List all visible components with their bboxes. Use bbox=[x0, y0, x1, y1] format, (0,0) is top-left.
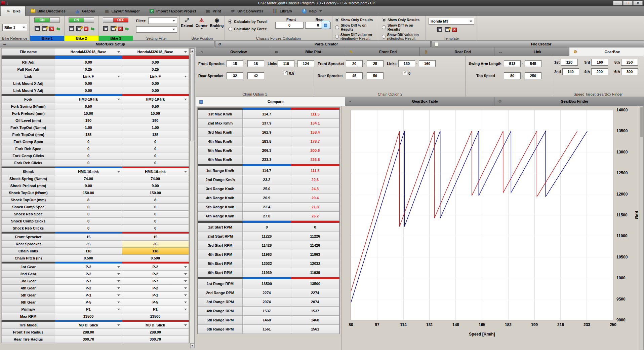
value-cell-bike1[interactable]: 118 bbox=[55, 248, 122, 255]
finder-input-6th[interactable]: 300 bbox=[621, 68, 638, 75]
top-speed-max-input[interactable]: 250 bbox=[525, 72, 541, 79]
select-cell-bike2[interactable]: Link F bbox=[122, 73, 189, 80]
value-cell-bike1[interactable]: 0.25 bbox=[55, 66, 122, 73]
chain2-front-max-input[interactable]: 25 bbox=[367, 60, 384, 67]
value-cell-bike2[interactable]: 0.00 bbox=[122, 80, 189, 87]
select-cell-bike2[interactable]: P-2 bbox=[122, 285, 189, 292]
value-cell-bike2[interactable]: 0 bbox=[122, 211, 189, 218]
save-as-icon[interactable] bbox=[42, 26, 47, 31]
menu-tab-library[interactable]: Library bbox=[268, 6, 297, 16]
save-icon[interactable] bbox=[103, 26, 108, 31]
value-cell-bike2[interactable]: 288.00 bbox=[122, 329, 189, 336]
menu-tab-import-export-project[interactable]: XImport / Export Project bbox=[145, 6, 201, 16]
menu-tab-print[interactable]: ▤Print bbox=[201, 6, 226, 16]
chain2-rear-min-input[interactable]: 45 bbox=[346, 72, 363, 79]
select-cell-bike2[interactable]: HondaM32018_Base bbox=[122, 48, 189, 56]
value-cell-bike2[interactable]: 0 bbox=[122, 218, 189, 225]
file-creator-header[interactable]: File Creator bbox=[432, 41, 644, 47]
select-cell-bike2[interactable]: HM3-19-shk bbox=[122, 168, 189, 175]
value-cell-bike2[interactable]: 0.00 bbox=[122, 59, 189, 66]
value-cell-bike2[interactable]: 0 bbox=[122, 160, 189, 167]
value-cell-bike1[interactable]: 15 bbox=[55, 234, 122, 241]
value-cell-bike2[interactable]: 0 bbox=[122, 145, 189, 152]
menu-tab-bike[interactable]: ∞Bike bbox=[1, 6, 26, 16]
chain1-front-max-input[interactable]: 18 bbox=[247, 60, 264, 67]
calculate-by-travel-radio[interactable]: Calculate by Travel bbox=[228, 20, 268, 24]
filter-select-1[interactable] bbox=[148, 18, 177, 24]
swap-icon[interactable]: ⇆ bbox=[125, 27, 129, 31]
value-cell-bike2[interactable]: 300.70 bbox=[122, 336, 189, 343]
value-cell-bike2[interactable]: 0.25 bbox=[122, 66, 189, 73]
bike-1-toggle[interactable]: ON bbox=[34, 18, 60, 23]
value-cell-bike1[interactable]: 0 bbox=[55, 211, 122, 218]
value-cell-bike1[interactable]: 0.00 bbox=[55, 80, 122, 87]
select-cell-bike2[interactable]: P-5 bbox=[122, 299, 189, 306]
chain2-links-max-input[interactable]: 160 bbox=[419, 60, 436, 67]
top-speed-min-input[interactable]: 80 bbox=[504, 72, 521, 79]
gearbox-radio-0[interactable]: Show Only Results bbox=[382, 18, 426, 22]
front-travel-input[interactable]: 0 bbox=[275, 22, 304, 29]
value-cell-bike1[interactable]: 0 bbox=[55, 225, 122, 232]
save-icon[interactable] bbox=[35, 26, 40, 31]
filter-select-2[interactable] bbox=[136, 26, 177, 33]
close-button[interactable]: ✕ bbox=[633, 1, 643, 5]
maximize-button[interactable]: ❐ bbox=[623, 1, 633, 5]
tab-overview[interactable]: ⌂Overview bbox=[196, 47, 270, 56]
select-cell-bike1[interactable]: P-7 bbox=[55, 278, 122, 285]
select-cell-bike2[interactable]: M3 D_Slick bbox=[122, 322, 189, 329]
chain2-rear-max-input[interactable]: 56 bbox=[367, 72, 384, 79]
tab-link[interactable]: ↔Link bbox=[494, 47, 569, 56]
value-cell-bike2[interactable]: 0 bbox=[122, 138, 189, 145]
chain1-half-link-checkbox[interactable] bbox=[284, 71, 288, 75]
select-cell-bike2[interactable]: HM3-19-frk bbox=[122, 96, 189, 103]
finder-input-5th[interactable]: 250 bbox=[621, 59, 638, 66]
select-cell-bike2[interactable]: P1 bbox=[122, 306, 189, 313]
select-cell-bike2[interactable]: P-2 bbox=[122, 264, 189, 271]
value-cell-bike2[interactable]: 10.00 bbox=[122, 110, 189, 117]
geometry-radio-1[interactable]: Show Diff % on Results bbox=[335, 23, 379, 31]
value-cell-bike1[interactable]: 8 bbox=[55, 197, 122, 204]
finder-input-4th[interactable]: 200 bbox=[591, 68, 608, 75]
menu-tab-graphs[interactable]: Graphs bbox=[70, 6, 100, 16]
swap-icon[interactable]: ⇆ bbox=[91, 27, 94, 31]
delete-icon[interactable]: ✕ bbox=[49, 27, 54, 31]
chain1-links-min-input[interactable]: 118 bbox=[278, 60, 294, 67]
select-cell-bike2[interactable]: P-7 bbox=[122, 278, 189, 285]
select-cell-bike1[interactable]: P-2 bbox=[55, 271, 122, 278]
save-as-icon[interactable] bbox=[76, 26, 81, 31]
subtab-compare[interactable]: ▥Compare bbox=[196, 97, 345, 106]
menu-tab-unit-converter[interactable]: ⇄Unit Converter bbox=[226, 6, 268, 16]
finder-input-3rd[interactable]: 160 bbox=[591, 59, 608, 66]
subtab-gearbox-finder[interactable]: ⚙GearBox Finder bbox=[494, 97, 644, 106]
value-cell-bike1[interactable]: 0 bbox=[55, 218, 122, 225]
select-cell-bike1[interactable]: Link F bbox=[55, 73, 122, 80]
value-cell-bike1[interactable]: 74.00 bbox=[55, 175, 122, 182]
bike-3-toggle[interactable]: OFF bbox=[103, 18, 128, 23]
tab-gearbox[interactable]: ⚙GearBox bbox=[569, 47, 644, 56]
delete-icon[interactable]: ✕ bbox=[118, 27, 123, 31]
finder-input-1st[interactable]: 120 bbox=[561, 59, 578, 66]
value-cell-bike1[interactable]: 288.00 bbox=[55, 329, 122, 336]
chain2-links-min-input[interactable]: 130 bbox=[398, 60, 415, 67]
scroll-up-icon[interactable]: ▲ bbox=[190, 48, 194, 53]
select-cell-bike1[interactable]: M3 D_Slick bbox=[55, 322, 122, 329]
value-cell-bike2[interactable]: 8 bbox=[122, 197, 189, 204]
tab-front-end[interactable]: ✎Front End bbox=[345, 47, 420, 56]
value-cell-bike2[interactable]: 6.50 bbox=[122, 103, 189, 110]
value-cell-bike1[interactable]: 135 bbox=[55, 131, 122, 138]
extend-button[interactable]: ⤢Extend bbox=[181, 17, 193, 29]
bike-2-toggle[interactable]: ON bbox=[69, 18, 94, 23]
gearbox-radio-1[interactable]: Show Diff % on Results bbox=[382, 23, 426, 31]
minimize-button[interactable]: — bbox=[613, 1, 622, 5]
value-cell-bike2[interactable]: 9.00 bbox=[122, 182, 189, 189]
value-cell-bike2[interactable]: 0 bbox=[122, 152, 189, 160]
save-as-icon[interactable] bbox=[111, 26, 116, 31]
value-cell-bike1[interactable]: 10.00 bbox=[55, 110, 122, 117]
value-cell-bike1[interactable]: 1.00 bbox=[55, 124, 122, 131]
value-cell-bike2[interactable]: 190 bbox=[122, 117, 189, 124]
value-cell-bike1[interactable]: 0 bbox=[55, 152, 122, 160]
select-cell-bike1[interactable]: HM3-19-frk bbox=[55, 96, 122, 103]
value-cell-bike2[interactable]: 13500 bbox=[122, 313, 189, 320]
select-cell-bike2[interactable]: P-2 bbox=[122, 271, 189, 278]
motorbike-setup-header[interactable]: ∞ MotorBike Setup bbox=[0, 41, 214, 47]
